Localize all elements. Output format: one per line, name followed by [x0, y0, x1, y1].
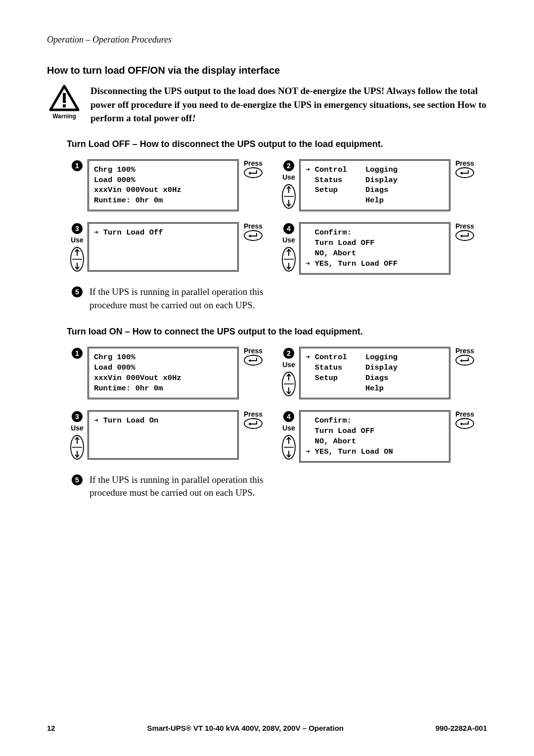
step-number: 4: [283, 223, 294, 234]
step-off-2: 2 Use Control Logging Status Display Set…: [278, 159, 476, 212]
enter-button-icon[interactable]: [455, 418, 474, 429]
page-footer: 12 Smart-UPS® VT 10-40 kVA 400V, 208V, 2…: [47, 724, 487, 732]
enter-button-icon[interactable]: [455, 355, 474, 366]
lcd-display: Confirm: Turn Load OFF NO, Abort YES, Tu…: [299, 410, 450, 463]
menu-item-status: Status: [306, 363, 342, 372]
enter-button-icon[interactable]: [244, 230, 263, 241]
page-number: 12: [47, 724, 55, 732]
step-number: 3: [72, 223, 83, 234]
menu-item-turn-load-on: Turn Load On: [94, 416, 158, 425]
confirm-label: Confirm:: [306, 228, 352, 237]
press-label: Press: [244, 410, 263, 418]
updown-button-icon[interactable]: [282, 247, 296, 272]
menu-item-diags: Diags: [365, 374, 389, 382]
menu-item-control: Control: [306, 165, 347, 174]
heading-turn-load-off: Turn Load OFF – How to disconnect the UP…: [67, 139, 487, 149]
step-note: If the UPS is running in parallel operat…: [88, 473, 274, 500]
step-on-3: 3 Use Turn Load On Press: [67, 410, 265, 460]
press-label: Press: [455, 410, 474, 418]
step-number: 1: [72, 348, 83, 359]
step-off-1: 1 Chrg 100% Load 000% xxxVin 000Vout x0H…: [67, 159, 265, 212]
warning-block: Warning Disconnecting the UPS output to …: [47, 84, 487, 125]
enter-button-icon[interactable]: [244, 418, 263, 429]
menu-item-logging: Logging: [365, 165, 398, 174]
menu-item-status: Status: [306, 176, 342, 185]
step-on-2: 2 Use Control Logging Status Display Set…: [278, 347, 476, 399]
page-title: How to turn load OFF/ON via the display …: [47, 65, 487, 76]
warning-triangle-icon: [48, 84, 80, 112]
confirm-label: Confirm:: [306, 416, 352, 425]
lcd-display: Turn Load On: [88, 410, 239, 460]
confirm-no: NO, Abort: [306, 437, 356, 446]
confirm-no: NO, Abort: [306, 249, 356, 258]
updown-button-icon[interactable]: [70, 435, 84, 460]
warning-label: Warning: [47, 113, 82, 120]
press-label: Press: [244, 347, 263, 355]
menu-item-setup: Setup: [306, 186, 338, 194]
step-on-4: 4 Use Confirm: Turn Load OFF NO, Abort Y…: [278, 410, 476, 463]
step-number: 1: [72, 160, 83, 171]
use-label: Use: [282, 361, 295, 369]
warning-text: Disconnecting the UPS output to the load…: [90, 84, 487, 125]
menu-item-turn-load-off: Turn Load Off: [94, 228, 163, 237]
press-label: Press: [455, 159, 474, 167]
menu-item-diags: Diags: [365, 186, 389, 194]
menu-item-setup: Setup: [306, 374, 338, 382]
use-label: Use: [71, 236, 84, 244]
lcd-display: Chrg 100% Load 000% xxxVin 000Vout x0Hz …: [88, 159, 239, 212]
step-off-3: 3 Use Turn Load Off Press: [67, 222, 265, 272]
enter-button-icon[interactable]: [455, 230, 474, 241]
confirm-yes: YES, Turn Load OFF: [306, 259, 398, 268]
warning-text-excl: !: [192, 113, 195, 123]
step-on-5: 5 If the UPS is running in parallel oper…: [67, 473, 274, 500]
menu-item-display: Display: [365, 363, 398, 372]
press-label: Press: [455, 347, 474, 355]
use-label: Use: [71, 424, 84, 432]
enter-button-icon[interactable]: [244, 355, 263, 366]
breadcrumb: Operation – Operation Procedures: [47, 35, 487, 45]
lcd-display: Control Logging Status Display Setup Dia…: [299, 159, 450, 212]
step-number: 5: [72, 474, 83, 485]
updown-button-icon[interactable]: [282, 435, 296, 460]
press-label: Press: [244, 159, 263, 167]
step-on-1: 1 Chrg 100% Load 000% xxxVin 000Vout x0H…: [67, 347, 265, 399]
step-off-4: 4 Use Confirm: Turn Load OFF NO, Abort Y…: [278, 222, 476, 275]
use-label: Use: [282, 424, 295, 432]
menu-item-help: Help: [365, 196, 384, 205]
updown-button-icon[interactable]: [282, 372, 296, 396]
step-number: 3: [72, 411, 83, 422]
lcd-display: Chrg 100% Load 000% xxxVin 000Vout x0Hz …: [88, 347, 239, 399]
updown-button-icon[interactable]: [70, 247, 84, 272]
heading-turn-load-on: Turn load ON – How to connect the UPS ou…: [67, 327, 487, 337]
enter-button-icon[interactable]: [244, 167, 263, 178]
confirm-yes: YES, Turn Load ON: [306, 447, 393, 456]
lcd-display: Confirm: Turn Load OFF NO, Abort YES, Tu…: [299, 222, 450, 275]
step-off-5: 5 If the UPS is running in parallel oper…: [67, 285, 274, 312]
step-number: 5: [72, 286, 83, 297]
enter-button-icon[interactable]: [455, 167, 474, 178]
step-note: If the UPS is running in parallel operat…: [88, 285, 274, 312]
warning-text-main: Disconnecting the UPS output to the load…: [90, 86, 487, 123]
lcd-display: Turn Load Off: [88, 222, 239, 272]
menu-item-logging: Logging: [365, 353, 398, 362]
press-label: Press: [244, 222, 263, 230]
menu-item-control: Control: [306, 353, 347, 362]
doc-number: 990-2282A-001: [436, 724, 487, 732]
step-number: 2: [283, 160, 294, 171]
menu-item-help: Help: [365, 384, 384, 393]
lcd-display: Control Logging Status Display Setup Dia…: [299, 347, 450, 399]
confirm-action: Turn Load OFF: [306, 426, 375, 435]
footer-title: Smart-UPS® VT 10-40 kVA 400V, 208V, 200V…: [147, 724, 344, 732]
step-number: 2: [283, 348, 294, 359]
press-label: Press: [455, 222, 474, 230]
confirm-action: Turn Load OFF: [306, 238, 375, 247]
use-label: Use: [282, 173, 295, 181]
menu-item-display: Display: [365, 176, 398, 185]
use-label: Use: [282, 236, 295, 244]
updown-button-icon[interactable]: [282, 184, 296, 209]
step-number: 4: [283, 411, 294, 422]
